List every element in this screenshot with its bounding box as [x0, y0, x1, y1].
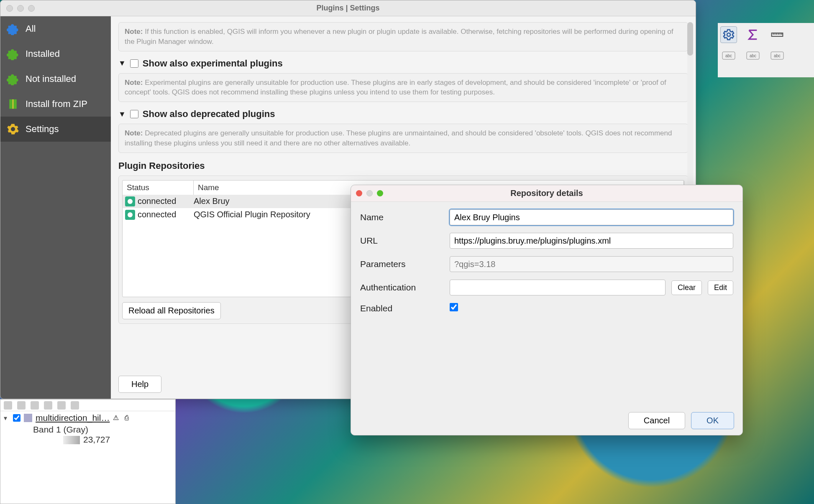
- experimental-checkbox[interactable]: [130, 59, 138, 68]
- url-input[interactable]: [450, 233, 733, 249]
- right-toolbar: abc abc abc: [718, 23, 814, 77]
- toolbar-icon[interactable]: [17, 401, 26, 410]
- puzzle-icon: [6, 72, 20, 86]
- svg-text:abc: abc: [774, 53, 781, 58]
- status-text: connected: [138, 210, 176, 219]
- experimental-note: Note: Experimental plugins are generally…: [118, 73, 688, 102]
- warning-icon: ⚠: [113, 414, 121, 422]
- label-authentication: Authentication: [360, 283, 444, 293]
- authentication-input[interactable]: [450, 280, 666, 295]
- note-text: Experimental plugins are generally unsui…: [125, 79, 666, 97]
- ok-button[interactable]: OK: [691, 412, 734, 429]
- enabled-checkbox[interactable]: [450, 303, 458, 311]
- deprecated-checkbox[interactable]: [130, 110, 138, 118]
- toolbar-icon[interactable]: [71, 401, 79, 410]
- zip-icon: [6, 97, 20, 111]
- note-text: Deprecated plugins are generally unsuita…: [125, 129, 672, 147]
- layer-name: multidirection_hil…: [36, 413, 110, 423]
- layer-value: 23,727: [83, 435, 110, 444]
- note-prefix: Note:: [125, 79, 143, 87]
- label-enabled: Enabled: [360, 303, 444, 313]
- dialog-titlebar: Repository details: [351, 185, 742, 202]
- svg-point-11: [128, 212, 133, 217]
- col-status[interactable]: Status: [123, 181, 194, 195]
- deprecated-section-head: ▼ Show also deprecated plugins: [118, 109, 688, 120]
- gradient-swatch: [63, 436, 80, 444]
- deprecated-label: Show also deprecated plugins: [143, 109, 275, 120]
- layer-value-row: 23,727: [0, 435, 175, 445]
- abc-icon: abc: [746, 49, 760, 62]
- note-prefix: Note:: [125, 129, 143, 137]
- sigma-icon: [746, 28, 760, 41]
- puzzle-icon: [6, 47, 20, 61]
- window-title: Plugins | Settings: [0, 4, 696, 13]
- abc-icon: abc: [722, 49, 735, 62]
- parameters-input: [450, 256, 733, 272]
- edit-button[interactable]: Edit: [708, 280, 733, 295]
- abc-button-1[interactable]: abc: [720, 47, 737, 64]
- cancel-button[interactable]: Cancel: [628, 412, 685, 429]
- dialog-title: Repository details: [351, 188, 742, 198]
- experimental-section-head: ▼ Show also experimental plugins: [118, 58, 688, 69]
- toolbar-icon[interactable]: [4, 401, 12, 410]
- experimental-label: Show also experimental plugins: [143, 58, 283, 69]
- sidebar-item-label: Not installed: [26, 74, 76, 84]
- sidebar: All Installed Not installed Install from…: [0, 16, 111, 399]
- sidebar-item-settings[interactable]: Settings: [0, 117, 111, 142]
- layer-extra-icon: ⎙: [125, 414, 129, 422]
- expand-icon[interactable]: ▾: [4, 414, 10, 422]
- sidebar-item-not-installed[interactable]: Not installed: [0, 66, 111, 92]
- collapse-icon[interactable]: ▼: [118, 110, 126, 119]
- toolbar-icon[interactable]: [44, 401, 52, 410]
- help-button[interactable]: Help: [118, 376, 161, 393]
- ruler-button[interactable]: [769, 26, 786, 43]
- clear-button[interactable]: Clear: [671, 280, 702, 295]
- svg-point-0: [727, 33, 730, 36]
- sigma-button[interactable]: [745, 26, 761, 43]
- abc-icon: abc: [770, 49, 784, 62]
- sidebar-item-label: All: [26, 23, 36, 34]
- updates-note: Note: If this function is enabled, QGIS …: [118, 22, 688, 51]
- abc-button-3[interactable]: abc: [769, 47, 786, 64]
- layer-band: Band 1 (Gray): [0, 425, 175, 435]
- sidebar-item-install-zip[interactable]: Install from ZIP: [0, 92, 111, 117]
- label-parameters: Parameters: [360, 259, 444, 269]
- gear-icon: [722, 28, 735, 41]
- note-prefix: Note:: [125, 28, 143, 36]
- raster-layer-icon: [24, 414, 32, 422]
- label-name: Name: [360, 212, 444, 222]
- svg-text:abc: abc: [725, 53, 732, 58]
- deprecated-note: Note: Deprecated plugins are generally u…: [118, 124, 688, 153]
- status-text: connected: [138, 196, 176, 206]
- collapse-icon[interactable]: ▼: [118, 59, 126, 68]
- connected-icon: [125, 196, 135, 206]
- repository-details-dialog: Repository details Name URL Parameters A…: [351, 185, 743, 435]
- abc-button-2[interactable]: abc: [745, 47, 761, 64]
- dialog-form: Name URL Parameters Authentication Clear…: [351, 202, 742, 321]
- connected-icon: [125, 210, 135, 220]
- sidebar-item-label: Settings: [26, 124, 59, 135]
- sidebar-item-all[interactable]: All: [0, 16, 111, 41]
- titlebar: Plugins | Settings: [0, 0, 696, 16]
- puzzle-icon: [6, 22, 20, 36]
- gear-button[interactable]: [720, 26, 737, 43]
- label-url: URL: [360, 236, 444, 246]
- layers-toolbar: [0, 400, 175, 411]
- toolbar-icon[interactable]: [57, 401, 66, 410]
- name-input[interactable]: [450, 209, 733, 225]
- ruler-icon: [770, 28, 784, 41]
- note-text: If this function is enabled, QGIS will i…: [125, 28, 673, 46]
- sidebar-item-label: Installed: [26, 48, 60, 59]
- scrollbar-thumb[interactable]: [687, 22, 693, 56]
- toolbar-icon[interactable]: [31, 401, 39, 410]
- reload-repositories-button[interactable]: Reload all Repositories: [122, 302, 221, 319]
- layer-row[interactable]: ▾ multidirection_hil… ⚠ ⎙: [0, 411, 175, 425]
- sidebar-item-label: Install from ZIP: [26, 99, 87, 109]
- gear-icon: [6, 122, 20, 136]
- sidebar-item-installed[interactable]: Installed: [0, 41, 111, 66]
- svg-text:abc: abc: [750, 53, 756, 58]
- svg-point-9: [128, 199, 133, 204]
- layer-visibility-checkbox[interactable]: [13, 414, 20, 422]
- repositories-title: Plugin Repositories: [118, 160, 688, 171]
- layers-panel: ▾ multidirection_hil… ⚠ ⎙ Band 1 (Gray) …: [0, 399, 176, 504]
